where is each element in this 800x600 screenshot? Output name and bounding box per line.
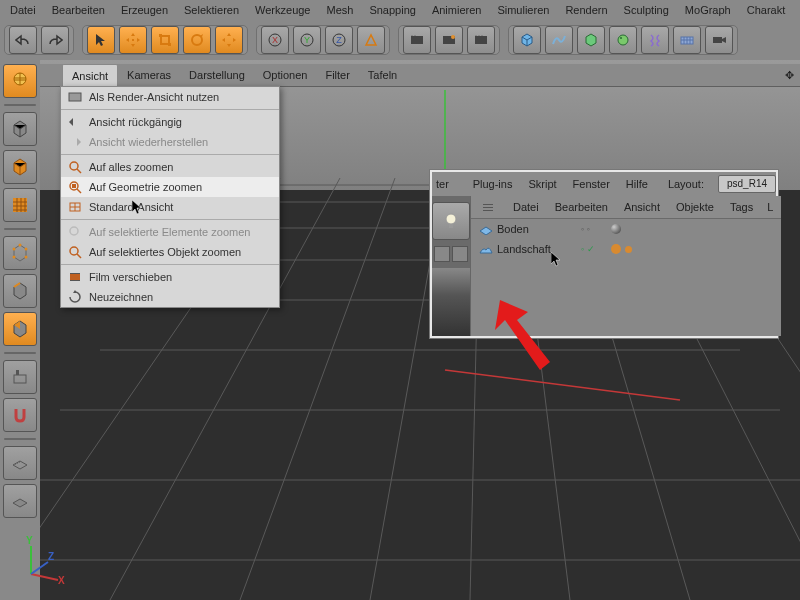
edge-mode-button[interactable] [3,274,37,308]
view-optionen-tab[interactable]: Optionen [254,64,317,86]
om-tab-objekte[interactable]: Objekte [668,201,722,213]
svg-point-52 [70,162,78,170]
tag-column[interactable] [611,219,632,259]
make-editable-button[interactable] [3,64,37,98]
workplane-button[interactable] [3,446,37,480]
view-kameras-tab[interactable]: Kameras [118,64,180,86]
menu-auf-selektierte-elemente: Auf selektierte Elemente zoomen [61,222,279,242]
cursor-icon [551,252,563,268]
view-filter-tab[interactable]: Filter [316,64,358,86]
menu-standard-ansicht[interactable]: Standard-Ansicht [61,197,279,217]
menu-ansicht-rueckgaengig[interactable]: Ansicht rückgängig [61,112,279,132]
material-tag-icon[interactable] [611,224,621,234]
view-ansicht-tab[interactable]: Ansicht [62,64,118,87]
menu-neuzeichnen[interactable]: Neuzeichnen [61,287,279,307]
recent-tool[interactable] [215,26,243,54]
light-icon[interactable] [432,202,470,240]
svg-rect-0 [161,36,169,44]
menu-datei[interactable]: Datei [2,0,44,20]
grip-icon[interactable] [475,196,501,218]
view-tafeln-tab[interactable]: Tafeln [359,64,406,86]
om-tab-datei[interactable]: Datei [505,201,547,213]
modeling-button[interactable] [609,26,637,54]
overlay-menu-plugins[interactable]: Plug-ins [465,178,521,190]
phong-tag-icon[interactable] [625,246,632,253]
menu-mesh[interactable]: Mesh [318,0,361,20]
render-group [398,25,500,55]
layout-label: Layout: [656,178,712,190]
layout-dropdown[interactable]: psd_R14 [718,175,776,193]
menu-animieren[interactable]: Animieren [424,0,490,20]
x-lock-button[interactable]: X [261,26,289,54]
z-lock-button[interactable]: Z [325,26,353,54]
coord-system-button[interactable] [357,26,385,54]
menu-render-ansicht[interactable]: Als Render-Ansicht nutzen [61,87,279,107]
overlay-top-bar: ter Plug-ins Skript Fenster Hilfe Layout… [432,172,776,196]
snap-button[interactable] [3,398,37,432]
nurbs-button[interactable] [577,26,605,54]
menu-werkzeuge[interactable]: Werkzeuge [247,0,318,20]
tweak-mode-button[interactable] [3,360,37,394]
overlay-menu-skript[interactable]: Skript [520,178,564,190]
deformer-button[interactable] [641,26,669,54]
svg-point-24 [19,244,22,247]
overlay-menu-fenster[interactable]: Fenster [565,178,618,190]
mini-pin-icon[interactable] [452,246,468,262]
tree-item-label: Landschaft [497,243,551,255]
menu-auf-selektiertes-objekt[interactable]: Auf selektiertes Objekt zoomen [61,242,279,262]
menu-auf-geometrie-zoomen[interactable]: Auf Geometrie zoomen [61,177,279,197]
om-tab-bearbeiten[interactable]: Bearbeiten [547,201,616,213]
viewport-nav-icon[interactable]: ✥ [785,69,794,82]
menu-bearbeiten[interactable]: Bearbeiten [44,0,113,20]
menu-rendern[interactable]: Rendern [557,0,615,20]
render-settings-button[interactable] [467,26,495,54]
render-view-button[interactable] [403,26,431,54]
menu-film-verschieben[interactable]: Film verschieben [61,267,279,287]
menu-auf-alles-zoomen[interactable]: Auf alles zoomen [61,157,279,177]
svg-line-55 [77,189,81,193]
menu-charakter[interactable]: Charakt [739,0,794,20]
environment-button[interactable] [673,26,701,54]
rotate-tool[interactable] [183,26,211,54]
object-mode-button[interactable] [3,150,37,184]
om-tab-ansicht[interactable]: Ansicht [616,201,668,213]
phong-tag-icon[interactable] [611,244,621,254]
move-tool[interactable] [119,26,147,54]
menu-simulieren[interactable]: Simulieren [489,0,557,20]
svg-rect-61 [70,274,80,280]
menu-mograph[interactable]: MoGraph [677,0,739,20]
undo-button[interactable] [9,26,37,54]
menu-snapping[interactable]: Snapping [361,0,424,20]
select-tool[interactable] [87,26,115,54]
point-mode-button[interactable] [3,236,37,270]
spline-primitive-button[interactable] [545,26,573,54]
om-tab-right[interactable]: L [761,201,781,213]
om-tab-tags[interactable]: Tags [722,201,761,213]
polygon-mode-button[interactable] [3,312,37,346]
view-darstellung-tab[interactable]: Darstellung [180,64,254,86]
landscape-icon [479,243,493,255]
render-pv-button[interactable] [435,26,463,54]
mini-frame-icon[interactable] [434,246,450,262]
menu-sculpting[interactable]: Sculpting [616,0,677,20]
svg-point-27 [13,256,16,259]
zoom-all-icon [67,159,83,175]
svg-rect-2 [168,43,171,46]
menu-selektieren[interactable]: Selektieren [176,0,247,20]
cube-primitive-button[interactable] [513,26,541,54]
overlay-menu-hilfe[interactable]: Hilfe [618,178,656,190]
svg-line-60 [77,254,81,258]
locked-workplane-button[interactable] [3,484,37,518]
main-menu-bar: Datei Bearbeiten Erzeugen Selektieren We… [0,0,800,21]
redo-button[interactable] [41,26,69,54]
svg-marker-12 [414,35,416,36]
texture-mode-button[interactable] [3,188,37,222]
scale-tool[interactable] [151,26,179,54]
visibility-dots-column[interactable]: ◦ ◦ ◦ ✓ [581,219,595,259]
model-mode-button[interactable] [3,112,37,146]
y-lock-button[interactable]: Y [293,26,321,54]
menu-erzeugen[interactable]: Erzeugen [113,0,176,20]
camera-button[interactable] [705,26,733,54]
overlay-side-thumb [432,196,471,336]
viewport-axis-gizmo: Y X Z [16,534,66,584]
